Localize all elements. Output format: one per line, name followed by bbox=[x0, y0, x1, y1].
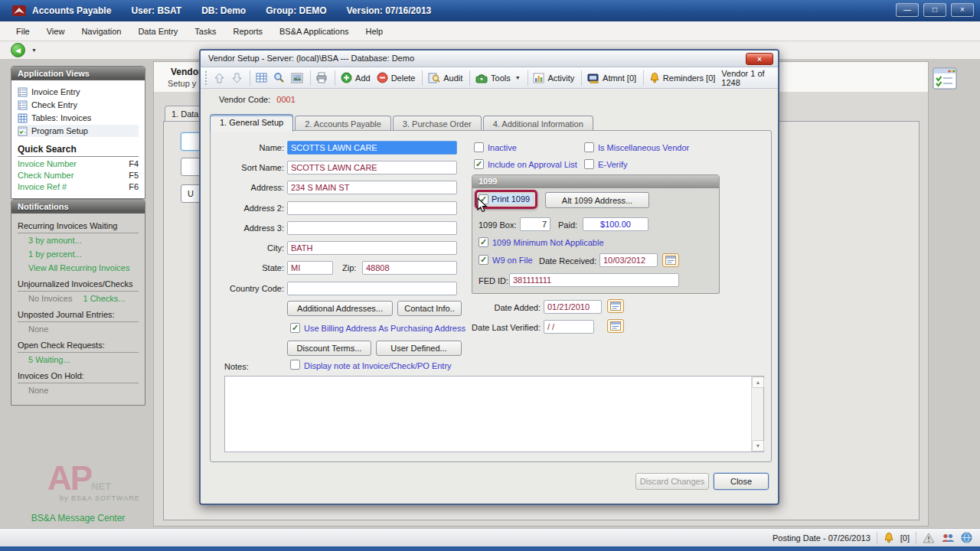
sidebar-item-check-entry[interactable]: Check Entry bbox=[18, 99, 139, 111]
minimum-label[interactable]: 1099 Minimum Not Applicable bbox=[492, 237, 604, 248]
link-by-percent[interactable]: 1 by percent... bbox=[28, 249, 139, 259]
attachment-button[interactable]: Atmnt [0] bbox=[587, 73, 636, 83]
record-down-button[interactable] bbox=[231, 72, 243, 84]
accounts-payable-window: Accounts Payable User: BSAT DB: Demo Gro… bbox=[0, 0, 980, 551]
status-bell-icon[interactable] bbox=[884, 532, 894, 543]
display-note-label[interactable]: Display note at Invoice/Check/PO Entry bbox=[304, 360, 452, 371]
sidebar-item-invoice-entry[interactable]: Invoice Entry bbox=[18, 86, 139, 98]
add-button[interactable]: Add bbox=[341, 72, 371, 83]
date-received-field[interactable]: 10/03/2012 bbox=[599, 253, 658, 267]
search-button[interactable] bbox=[273, 72, 285, 83]
zip-field[interactable]: 48808 bbox=[362, 261, 457, 275]
user-defined-button[interactable]: User Defined... bbox=[376, 341, 462, 356]
menu-data-entry[interactable]: Data Entry bbox=[129, 21, 186, 41]
status-reminders-count: [0] bbox=[900, 533, 910, 543]
include-approval-checkbox[interactable]: ✓ bbox=[474, 159, 484, 169]
record-up-button[interactable] bbox=[214, 72, 225, 84]
menu-help[interactable]: Help bbox=[358, 21, 392, 41]
link-by-amount[interactable]: 3 by amount... bbox=[28, 236, 139, 245]
close-button[interactable]: × bbox=[951, 3, 974, 17]
menu-reports[interactable]: Reports bbox=[224, 21, 271, 41]
sidebar-item-program-setup[interactable]: Program Setup bbox=[18, 125, 139, 137]
quick-search-invoice-ref[interactable]: Invoice Ref # F6 bbox=[18, 181, 139, 193]
city-field[interactable]: BATH bbox=[287, 241, 457, 255]
use-billing-checkbox[interactable]: ✓ bbox=[290, 323, 300, 333]
date-added-calendar-button[interactable] bbox=[607, 299, 624, 313]
dialog-toolbar: Add Delete Audit Tools ▼ Activity bbox=[201, 67, 778, 89]
box-1099-field[interactable]: 7 bbox=[520, 217, 550, 231]
quick-search-check-number[interactable]: Check Number F5 bbox=[18, 170, 139, 181]
dialog-close-button[interactable]: × bbox=[746, 53, 773, 65]
link-waiting[interactable]: 5 Waiting... bbox=[28, 355, 139, 364]
tab-purchase-order[interactable]: 3. Purchase Order bbox=[393, 116, 482, 132]
back-button[interactable]: ◀ bbox=[11, 43, 25, 57]
include-approval-label[interactable]: Include on Approval List bbox=[488, 159, 577, 170]
date-last-verified-calendar-button[interactable] bbox=[607, 319, 624, 333]
dialog-close-footer-button[interactable]: Close bbox=[714, 473, 769, 490]
w9-checkbox[interactable]: ✓ bbox=[479, 255, 488, 265]
state-field[interactable]: MI bbox=[287, 261, 333, 275]
tab-general-setup[interactable]: 1. General Setup bbox=[210, 114, 293, 132]
notes-textarea[interactable]: ▲ ▼ bbox=[224, 376, 764, 452]
contact-info-button[interactable]: Contact Info.. bbox=[397, 301, 462, 316]
w9-label[interactable]: W9 on File bbox=[492, 255, 533, 266]
use-billing-label[interactable]: Use Billing Address As Purchasing Addres… bbox=[304, 323, 466, 334]
address3-field[interactable] bbox=[287, 221, 457, 235]
additional-addresses-button[interactable]: Additional Addresses... bbox=[287, 301, 393, 316]
menu-tasks[interactable]: Tasks bbox=[186, 21, 224, 41]
quick-search-invoice-number[interactable]: Invoice Number F4 bbox=[18, 158, 139, 170]
menu-bsa-applications[interactable]: BS&A Applications bbox=[271, 21, 358, 41]
grid-view-button[interactable] bbox=[256, 73, 267, 83]
status-users-icon[interactable] bbox=[941, 533, 955, 543]
audit-button[interactable]: Audit bbox=[428, 72, 462, 83]
discount-terms-button[interactable]: Discount Terms... bbox=[287, 341, 371, 356]
maximize-button[interactable]: □ bbox=[923, 3, 946, 17]
minimum-checkbox[interactable]: ✓ bbox=[479, 237, 488, 247]
activity-button[interactable]: Activity bbox=[533, 73, 574, 83]
everify-checkbox[interactable] bbox=[584, 159, 594, 169]
discard-changes-button[interactable]: Discard Changes bbox=[635, 473, 709, 490]
back-dropdown-icon[interactable]: ▼ bbox=[31, 47, 37, 53]
notes-scrollbar[interactable]: ▲ ▼ bbox=[751, 377, 763, 452]
menu-navigation[interactable]: Navigation bbox=[73, 21, 129, 41]
program-setup-icon[interactable] bbox=[933, 67, 957, 90]
inactive-label[interactable]: Inactive bbox=[488, 142, 517, 153]
scroll-up-icon[interactable]: ▲ bbox=[752, 377, 764, 388]
menu-file[interactable]: File bbox=[8, 21, 38, 41]
inactive-checkbox[interactable] bbox=[474, 142, 484, 152]
image-button[interactable] bbox=[291, 73, 303, 83]
misc-vendor-label[interactable]: Is Miscellaneous Vendor bbox=[598, 142, 689, 153]
name-field[interactable]: SCOTTS LAWN CARE bbox=[287, 141, 457, 155]
status-globe-icon[interactable] bbox=[961, 532, 972, 543]
reminders-button[interactable]: Reminders [0] bbox=[649, 72, 715, 83]
date-received-calendar-button[interactable] bbox=[662, 253, 679, 267]
country-code-field[interactable] bbox=[287, 282, 457, 295]
tab-additional-information[interactable]: 4. Additional Information bbox=[483, 116, 593, 132]
link-checks[interactable]: 1 Checks... bbox=[83, 294, 125, 303]
sidebar-item-tables-invoices[interactable]: Tables: Invoices bbox=[18, 112, 139, 124]
message-center-link[interactable]: BS&A Message Center bbox=[11, 513, 145, 523]
tools-button[interactable]: Tools ▼ bbox=[475, 73, 521, 83]
delete-button[interactable]: Delete bbox=[377, 72, 416, 83]
tab-accounts-payable[interactable]: 2. Accounts Payable bbox=[295, 116, 391, 132]
add-icon bbox=[341, 72, 352, 83]
everify-label[interactable]: E-Verify bbox=[598, 159, 628, 170]
date-last-verified-field[interactable]: / / bbox=[544, 320, 594, 334]
scroll-down-icon[interactable]: ▼ bbox=[752, 440, 764, 452]
status-warning-icon[interactable] bbox=[923, 533, 935, 543]
date-added-field[interactable]: 01/21/2010 bbox=[544, 300, 602, 314]
link-view-all-recurring[interactable]: View All Recurring Invoices bbox=[28, 263, 139, 272]
address2-field[interactable] bbox=[287, 201, 457, 215]
paid-field[interactable]: $100.00 bbox=[583, 217, 648, 231]
quick-search-key: F5 bbox=[129, 170, 139, 181]
menu-view[interactable]: View bbox=[38, 21, 74, 41]
sort-name-field[interactable]: SCOTTS LAWN CARE bbox=[287, 161, 457, 174]
display-note-checkbox[interactable] bbox=[290, 360, 300, 370]
audit-label: Audit bbox=[443, 73, 462, 83]
fed-id-field[interactable]: 381111111 bbox=[509, 273, 679, 287]
address-field[interactable]: 234 S MAIN ST bbox=[287, 181, 457, 194]
misc-vendor-checkbox[interactable] bbox=[584, 142, 594, 152]
minimize-button[interactable]: — bbox=[896, 3, 919, 17]
alt-1099-address-button[interactable]: Alt 1099 Address... bbox=[545, 192, 649, 208]
print-button[interactable] bbox=[315, 72, 328, 83]
